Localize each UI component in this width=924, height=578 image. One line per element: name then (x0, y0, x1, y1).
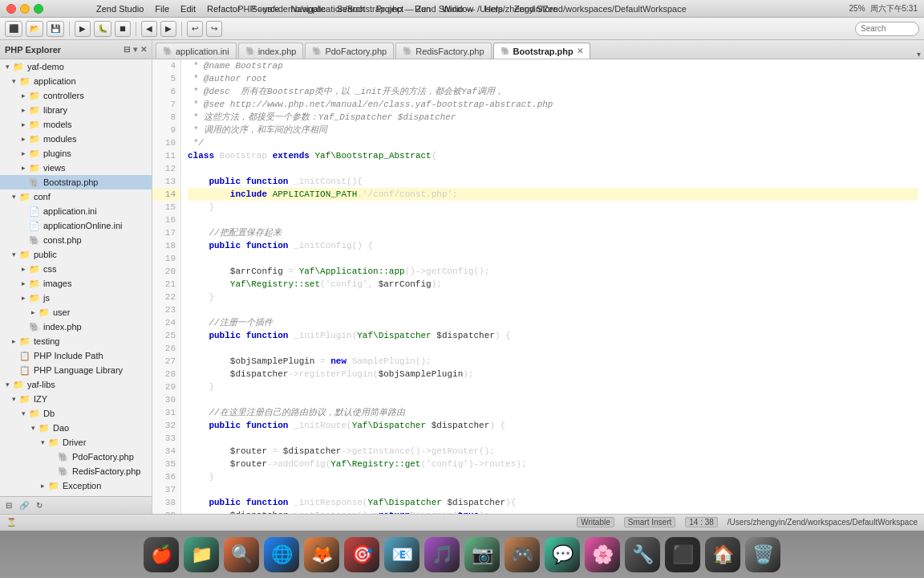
sidebar-item-exception[interactable]: ▸📁Exception (0, 478, 152, 493)
code-line-32[interactable]: public function _initRoute(Yaf\Dispatche… (188, 419, 918, 432)
code-line-20[interactable]: $arrConfig = Yaf\Application::app()->get… (188, 265, 918, 278)
maximize-button[interactable] (34, 4, 43, 14)
code-line-9[interactable]: * 调用的次序，和车间的次序相同 (188, 124, 918, 136)
dock-icon-9[interactable]: 🎮 (505, 537, 540, 572)
code-line-31[interactable]: //在这里注册自己的路由协议，默认使用简单路由 (188, 406, 918, 419)
forward-button[interactable]: ▶ (160, 21, 176, 37)
sidebar-item-css[interactable]: ▸📁css (0, 262, 152, 276)
sidebar-item-yaf-demo[interactable]: ▾📁yaf-demo (0, 59, 152, 74)
tab-Bootstrap-php[interactable]: 🐘Bootstrap.php✕ (493, 43, 590, 59)
code-line-27[interactable]: $objSamplePlugin = new SamplePlugin(); (188, 355, 918, 368)
dock-icon-6[interactable]: 📧 (384, 537, 419, 572)
sidebar-item-models[interactable]: ▸📁models (0, 117, 152, 132)
code-line-6[interactable]: * @desc 所有在Bootstrap类中，以 _init开头的方法，都会被Y… (188, 85, 918, 98)
save-button[interactable]: 💾 (47, 21, 64, 37)
link-editor-button[interactable]: 🔗 (17, 500, 31, 511)
sidebar-item-php-include-path[interactable]: 📋PHP Include Path (0, 348, 152, 363)
code-line-24[interactable]: //注册一个插件 (188, 316, 918, 329)
code-line-4[interactable]: * @name Bootstrap (188, 59, 918, 72)
dock-icon-13[interactable]: ⬛ (665, 537, 700, 572)
dock-icon-5[interactable]: 🎯 (344, 537, 379, 572)
code-line-22[interactable]: } (188, 291, 918, 303)
open-button[interactable]: 📂 (26, 21, 43, 37)
code-line-16[interactable] (188, 214, 918, 226)
dock-icon-14[interactable]: 🏠 (705, 537, 740, 572)
sidebar-item-library[interactable]: ▸📁library (0, 103, 152, 117)
code-line-35[interactable]: $router->addConfig(Yaf\Registry::get('co… (188, 458, 918, 470)
sidebar-item-yaf-libs[interactable]: ▾📁yaf-libs (0, 377, 152, 392)
sidebar-item-pdo-factory[interactable]: 🐘PdoFactory.php (0, 450, 152, 464)
sidebar-collapse-icon[interactable]: ⊟ (124, 45, 130, 54)
code-line-30[interactable] (188, 393, 918, 406)
sidebar-item-bootstrap-php[interactable]: 🐘Bootstrap.php (0, 175, 152, 189)
sidebar-item-plugins[interactable]: ▸📁plugins (0, 146, 152, 161)
code-line-37[interactable] (188, 483, 918, 496)
close-button[interactable] (6, 4, 16, 14)
dock-icon-3[interactable]: 🌐 (264, 537, 299, 572)
dock-icon-2[interactable]: 🔍 (224, 537, 259, 572)
tab-index-php[interactable]: 🐘index.php (238, 43, 304, 59)
editor-content[interactable]: 4567891011121314151617181920212223242526… (152, 59, 924, 514)
sidebar-item-db[interactable]: ▾📁Db (0, 406, 152, 421)
dock-icon-11[interactable]: 🌸 (585, 537, 620, 572)
sidebar-item-const-php[interactable]: 🐘const.php (0, 233, 152, 247)
menu-edit[interactable]: Edit (180, 4, 196, 14)
sidebar-item-application-online-ini[interactable]: 📄applicationOnline.ini (0, 218, 152, 233)
sidebar-item-views[interactable]: ▸📁views (0, 161, 152, 175)
menu-refactor[interactable]: Refactor (207, 4, 241, 14)
code-line-5[interactable]: * @author root (188, 72, 918, 85)
stop-button[interactable]: ⏹ (115, 21, 131, 37)
code-line-17[interactable]: //把配置保存起来 (188, 226, 918, 239)
code-area[interactable]: * @name Bootstrap * @author root * @desc… (181, 59, 924, 514)
code-line-21[interactable]: Yaf\Registry::set('config', $arrConfig); (188, 278, 918, 291)
dock-icon-0[interactable]: 🍎 (144, 537, 179, 572)
code-line-33[interactable] (188, 432, 918, 445)
menu-file[interactable]: File (155, 4, 169, 14)
sidebar-item-conf[interactable]: ▾📁conf (0, 189, 152, 204)
new-button[interactable]: ⬛ (5, 21, 22, 37)
code-line-34[interactable]: $router = $dispatcher->getInstance()->ge… (188, 445, 918, 458)
minimize-button[interactable] (20, 4, 30, 14)
sidebar-item-js[interactable]: ▸📁js (0, 291, 152, 305)
undo-button[interactable]: ↩ (187, 21, 203, 37)
code-line-15[interactable]: } (188, 201, 918, 214)
redo-button[interactable]: ↪ (206, 21, 222, 37)
tab-RedisFactory-php[interactable]: 🐘RedisFactory.php (395, 43, 491, 59)
tab-close-icon[interactable]: ✕ (577, 47, 583, 55)
search-input[interactable] (855, 22, 919, 36)
sidebar-item-testing[interactable]: ▸📁testing (0, 334, 152, 348)
sidebar-item-application[interactable]: ▾📁application (0, 74, 152, 88)
dock-icon-15[interactable]: 🗑️ (745, 537, 780, 572)
sidebar-item-modules[interactable]: ▸📁modules (0, 132, 152, 146)
menu-zend-studio[interactable]: Zend Studio (96, 4, 144, 14)
code-line-26[interactable] (188, 342, 918, 355)
sidebar-item-controllers[interactable]: ▸📁controllers (0, 88, 152, 103)
sidebar-item-redis-factory[interactable]: 🐘RedisFactory.php (0, 464, 152, 478)
code-line-38[interactable]: public function _initResponse(Yaf\Dispat… (188, 496, 918, 509)
dock-icon-12[interactable]: 🔧 (625, 537, 660, 572)
code-line-29[interactable]: } (188, 381, 918, 393)
run-button[interactable]: ▶ (75, 21, 91, 37)
code-line-14[interactable]: include APPLICATION_PATH.'/conf/const.ph… (188, 188, 918, 201)
sidebar-item-public-index-php[interactable]: 🐘index.php (0, 320, 152, 334)
code-line-8[interactable]: * 这些方法，都接受一个参数：Yaf_Dispatcher $dispatche… (188, 111, 918, 124)
sidebar-item-izy[interactable]: ▾📁IZY (0, 392, 152, 406)
sidebar-item-php-language-library[interactable]: 📋PHP Language Library (0, 363, 152, 377)
code-line-12[interactable] (188, 162, 918, 175)
code-line-19[interactable] (188, 252, 918, 265)
sidebar-item-application-ini[interactable]: 📄application.ini (0, 204, 152, 218)
tab-PdoFactory-php[interactable]: 🐘PdoFactory.php (305, 43, 394, 59)
dock-icon-7[interactable]: 🎵 (424, 537, 460, 572)
sidebar-item-public[interactable]: ▾📁public (0, 247, 152, 262)
code-line-28[interactable]: $dispatcher->registerPlugin($objSamplePl… (188, 368, 918, 381)
sidebar-item-dao[interactable]: ▾📁Dao (0, 421, 152, 435)
sidebar-item-driver[interactable]: ▾📁Driver (0, 435, 152, 450)
code-line-13[interactable]: public function _initConst(){ (188, 175, 918, 188)
code-line-25[interactable]: public function _initPlugin(Yaf\Dispatch… (188, 329, 918, 342)
dock-icon-8[interactable]: 📷 (464, 537, 500, 572)
sidebar-menu-icon[interactable]: ▾ (133, 45, 137, 54)
sidebar-item-images[interactable]: ▸📁images (0, 276, 152, 291)
code-line-10[interactable]: */ (188, 136, 918, 149)
dock-icon-4[interactable]: 🦊 (304, 537, 339, 572)
code-line-36[interactable]: } (188, 470, 918, 483)
